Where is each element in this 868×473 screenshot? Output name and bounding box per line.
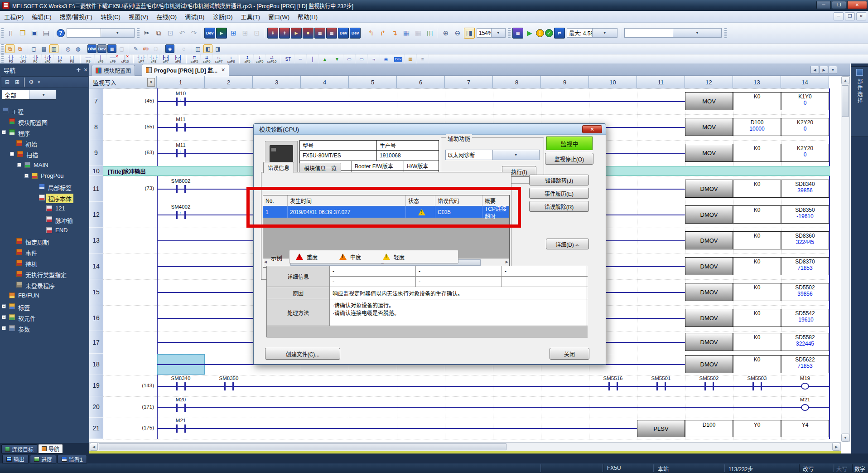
horizontal-line-icon[interactable]: ──F9: [82, 54, 95, 64]
menu-搜索/替换[interactable]: 搜索/替换(F): [56, 11, 96, 22]
tree-item-事件[interactable]: 事件: [0, 248, 89, 257]
contact-label[interactable]: SM5516: [591, 375, 635, 381]
watch-window-select[interactable]: ▼: [624, 28, 722, 38]
ladder-horizontal-scrollbar[interactable]: ◀ ▶: [89, 442, 841, 451]
menu-工程[interactable]: 工程(P): [0, 11, 28, 22]
operand-cell[interactable]: K2Y200: [781, 118, 829, 136]
h-scroll-thumb[interactable]: [99, 443, 506, 450]
pulse-close-branch2-icon[interactable]: ↕saF8: [225, 54, 237, 64]
tool-gray-icon[interactable]: ⬡: [151, 44, 160, 53]
mdi-minimize-button[interactable]: ─: [834, 12, 844, 20]
operand-cell[interactable]: Y0: [733, 420, 781, 437]
tab-progress[interactable]: 进度: [30, 455, 56, 463]
device-write-window-icon[interactable]: D/W: [87, 44, 96, 53]
menu-在线[interactable]: 在线(O): [152, 11, 181, 22]
tree-item-脉冲输出[interactable]: 脉冲输出: [0, 215, 89, 224]
collapse-box-icon[interactable]: −: [17, 163, 21, 167]
find-icon[interactable]: ◎: [63, 44, 72, 53]
zoom-level-select[interactable]: 154%▼: [477, 28, 506, 38]
operand-cell[interactable]: D10010000: [733, 118, 781, 136]
tab-list-icon[interactable]: ▼: [829, 66, 837, 74]
tree-item-FB/FUN[interactable]: FB/FUN: [0, 291, 89, 300]
falling-pulse-close-icon[interactable]: ⇊saF6: [201, 54, 213, 64]
tree-item-END[interactable]: END: [0, 226, 89, 235]
ok-state-icon[interactable]: ✓: [545, 29, 553, 37]
read-from-plc-icon[interactable]: ⇑: [279, 28, 290, 39]
jump-prev-icon[interactable]: ↰: [366, 28, 376, 39]
menu-窗口[interactable]: 窗口(W): [264, 11, 294, 22]
scroll-down-icon[interactable]: ▼: [841, 434, 849, 442]
operand-cell[interactable]: K0: [733, 355, 781, 373]
tab-navigation[interactable]: 导航: [38, 444, 63, 453]
error-jump-button[interactable]: 错误跳转(J): [529, 175, 589, 185]
coil[interactable]: [801, 404, 809, 411]
tree-item-扫描[interactable]: −扫描: [0, 150, 89, 159]
event-history-button[interactable]: 事件履历(E): [529, 188, 589, 199]
collapse-box-icon[interactable]: −: [24, 174, 29, 178]
instruction-MOV[interactable]: MOV: [685, 92, 733, 110]
operand-cell[interactable]: K2Y200: [781, 144, 829, 162]
menu-帮助[interactable]: 帮助(H): [294, 11, 322, 22]
tree-item-恒定周期[interactable]: 恒定周期: [0, 237, 89, 246]
operand-cell[interactable]: K0: [733, 333, 781, 351]
convert-pulse2-icon[interactable]: ⇄caF10: [266, 54, 278, 64]
menu-视图[interactable]: 视图(V): [125, 11, 152, 22]
open-contact-icon[interactable]: ┤├F5: [5, 54, 17, 64]
convert-pulse-icon[interactable]: ↧caF5: [254, 54, 266, 64]
monitor-color-icon[interactable]: ▩: [512, 28, 523, 39]
contact-label[interactable]: M11: [159, 117, 203, 122]
device-watch-icon[interactable]: ◉: [165, 44, 174, 53]
contact-label[interactable]: M11: [159, 142, 203, 148]
device-grid-icon[interactable]: ▦: [107, 44, 116, 53]
contact-label[interactable]: SM4002: [159, 204, 203, 210]
mode-dropdown-icon[interactable]: ▼: [147, 78, 155, 87]
window-tile-icon[interactable]: ◧: [203, 44, 212, 53]
insert-row-icon[interactable]: ▲: [319, 54, 331, 64]
contact-label[interactable]: SM8340: [159, 375, 203, 381]
closed-branch-icon[interactable]: ┤/┠sF6: [42, 54, 54, 64]
instruction-DMOV[interactable]: DMOV: [685, 309, 733, 327]
operand-cell[interactable]: K0: [733, 205, 781, 224]
rising-pulse-branch-icon[interactable]: ┠↑┨aF7: [160, 54, 172, 64]
operand-cell[interactable]: SD837071853: [781, 257, 829, 275]
ladder-vertical-scrollbar[interactable]: ▲ ▼: [841, 76, 850, 442]
register-watch-icon[interactable]: ▦: [405, 54, 417, 64]
closed-contact-icon[interactable]: ┤/├sF5: [17, 54, 29, 64]
expand-tree-icon[interactable]: ⊞: [13, 78, 22, 87]
fit-width-icon[interactable]: ◨: [464, 28, 475, 39]
delete-horizontal-line-icon[interactable]: ──✕cF9: [107, 54, 119, 64]
operand-cell[interactable]: SD8360322445: [781, 231, 829, 249]
write-to-plc-icon[interactable]: ⇓: [267, 28, 278, 39]
operand-cell[interactable]: SD8350-19610: [781, 205, 829, 224]
operand-cell[interactable]: K0: [733, 283, 781, 301]
monitor-stop-icon[interactable]: ■: [303, 28, 313, 39]
tree-item-工程[interactable]: 工程: [0, 106, 89, 115]
simulation-stop-icon[interactable]: ▦: [326, 28, 337, 39]
operand-cell[interactable]: K0: [733, 309, 781, 327]
panel-close-icon[interactable]: ✕: [82, 67, 89, 73]
tab-connection-target[interactable]: 连接目标: [1, 444, 37, 453]
zoom-out-icon[interactable]: ⊖: [452, 28, 463, 39]
operand-cell[interactable]: D100: [685, 420, 733, 437]
tab-module-info-list[interactable]: 模块信息一览: [299, 163, 341, 173]
contact-label[interactable]: SM5502: [687, 375, 731, 381]
scroll-left-icon[interactable]: ◀: [90, 443, 98, 451]
tree-item-121[interactable]: 121: [0, 204, 89, 213]
tab-progpou[interactable]: ProgPou [PRG] [LD] 监... ✕: [142, 64, 229, 76]
contact-label[interactable]: SM8002: [159, 178, 203, 184]
create-file-button[interactable]: 创建文件(C)...: [265, 348, 340, 360]
window-cascade-icon[interactable]: ◫: [193, 44, 203, 53]
tab-scroll-left-icon[interactable]: ◀: [810, 66, 819, 74]
instruction-PLSV[interactable]: PLSV: [637, 420, 685, 437]
window-sync-icon[interactable]: ▦: [401, 28, 412, 39]
cut-icon[interactable]: ✂: [141, 28, 152, 39]
contact-label[interactable]: M10: [159, 91, 203, 96]
pin-icon[interactable]: ✚: [75, 67, 82, 73]
menu-诊断[interactable]: 诊断(D): [208, 11, 236, 22]
verify-ok-icon[interactable]: ⇄: [554, 28, 565, 39]
contact-label[interactable]: SM8350: [207, 375, 251, 381]
edit-comment-icon[interactable]: ✎: [131, 44, 140, 53]
tree-item-待机[interactable]: 待机: [0, 258, 89, 268]
device-label-icon[interactable]: Dev: [392, 54, 405, 64]
tree-item-程序[interactable]: −程序: [0, 128, 89, 137]
